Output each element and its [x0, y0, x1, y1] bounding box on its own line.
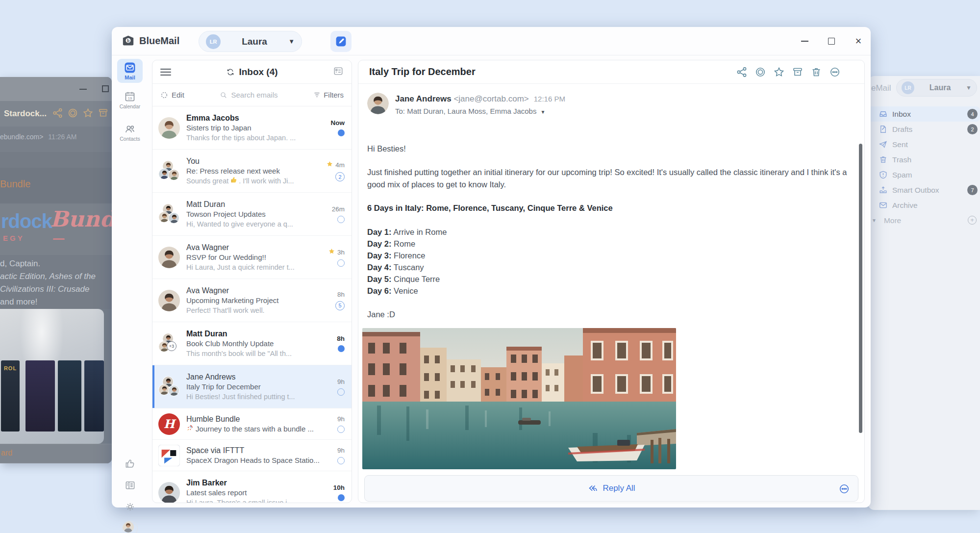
sender-email: <jane@cortab.com>	[453, 94, 528, 103]
account-switcher[interactable]: LR Laura ▼	[199, 31, 302, 52]
sender-avatar-group[interactable]	[158, 203, 180, 225]
venice-photo[interactable]	[362, 328, 676, 469]
email-texts: Matt DuranBook Club Monthly UpdateThis m…	[186, 329, 319, 358]
reply-all-button[interactable]: Reply All	[364, 475, 858, 502]
folder-label: More	[884, 216, 901, 225]
bg-left-subject-row: Stardock...	[0, 101, 112, 127]
sender-avatar[interactable]	[158, 117, 180, 139]
email-list-item[interactable]: Jane AndrewsItaly Trip for DecemberHi Be…	[152, 365, 352, 408]
reply-more-options-icon[interactable]	[838, 483, 850, 497]
sender-avatar-group[interactable]	[158, 160, 180, 182]
email-list-item[interactable]: Ava WagnerUpcoming Marketing ProjectPerf…	[152, 279, 352, 322]
recipients-row[interactable]: To: Matt Duran, Laura Moss, Emma Jacobs▼	[395, 107, 565, 115]
user-avatar[interactable]	[112, 521, 148, 533]
folder-item-spam[interactable]: Spam	[868, 167, 980, 182]
email-time: 26m	[332, 205, 345, 213]
sender-row: Jane Andrews <jane@cortab.com>12:16 PM T…	[367, 93, 565, 115]
read-indicator[interactable]	[337, 457, 345, 464]
record-icon[interactable]	[67, 107, 78, 119]
day-label: Day 3:	[367, 251, 392, 260]
read-indicator[interactable]	[337, 426, 345, 433]
folder-label: Sent	[892, 140, 908, 149]
email-list-item[interactable]: Space via IFTTTSpaceX Dragon Heads to Sp…	[152, 440, 352, 471]
email-list-item[interactable]: YouRe: Press release next weekSounds gre…	[152, 150, 352, 193]
archive-icon[interactable]	[792, 66, 804, 78]
bg-right-account-switcher[interactable]: LR Laura ▼	[896, 79, 977, 97]
read-indicator[interactable]	[338, 129, 345, 136]
share-icon[interactable]	[52, 107, 63, 119]
sender-avatar-group[interactable]: +3	[158, 333, 180, 355]
body-greeting: Hi Besties!	[367, 143, 848, 155]
sender-avatar[interactable]	[158, 482, 180, 504]
record-icon[interactable]	[754, 66, 766, 78]
rail-item-mail[interactable]: Mail	[117, 59, 143, 83]
email-list-item[interactable]: Ava WagnerRSVP for Our Wedding!!Hi Laura…	[152, 236, 352, 279]
list-header: Inbox (4)	[152, 60, 352, 84]
background-window-bluemail-folders[interactable]: eMail LR Laura ▼ Inbox4Drafts2SentTrashS…	[868, 76, 980, 510]
reading-pane-icon[interactable]	[112, 480, 148, 491]
folder-item-smart-outbox[interactable]: Smart Outbox7	[868, 182, 980, 198]
bg-left-footer-link[interactable]: ard	[1, 449, 12, 457]
more-options-icon[interactable]	[829, 66, 841, 78]
folder-item-more[interactable]: ▼More+	[868, 213, 980, 228]
archive-icon[interactable]	[98, 107, 109, 119]
sender-avatar[interactable]	[158, 445, 180, 466]
star-icon[interactable]	[82, 107, 94, 119]
sender-avatar[interactable]	[158, 290, 180, 311]
folder-item-archive[interactable]: Archive	[868, 198, 980, 213]
email-list-item[interactable]: Jim BarkerLatest sales reportHi Laura, T…	[152, 471, 352, 503]
star-icon[interactable]	[773, 66, 785, 78]
rail-item-calendar[interactable]: 19 Calendar	[112, 91, 148, 109]
refresh-icon[interactable]	[226, 68, 235, 76]
folder-item-sent[interactable]: Sent	[868, 137, 980, 152]
view-options-icon[interactable]	[333, 66, 344, 78]
read-indicator[interactable]	[337, 216, 345, 223]
game-cover	[84, 360, 104, 431]
folder-item-drafts[interactable]: Drafts2	[868, 122, 980, 137]
email-list-item[interactable]: HHumble BundleJourney to the stars with …	[152, 408, 352, 440]
maximize-icon[interactable]	[102, 85, 109, 92]
email-list-item[interactable]: Matt DuranTowson Project UpdatesHi, Want…	[152, 193, 352, 236]
rail-item-contacts[interactable]: Contacts	[112, 123, 148, 142]
share-icon[interactable]	[736, 66, 748, 78]
close-button[interactable]: ×	[851, 35, 866, 48]
search-input[interactable]: Search emails	[184, 91, 313, 99]
read-indicator[interactable]	[337, 259, 345, 267]
compose-button[interactable]	[330, 31, 352, 52]
read-indicator[interactable]	[338, 494, 345, 501]
star-icon[interactable]	[328, 248, 335, 256]
read-indicator[interactable]	[337, 388, 345, 396]
email-list-item[interactable]: Emma JacobsSisters trip to JapanThanks f…	[152, 106, 352, 150]
sender-avatar[interactable]: H	[158, 413, 180, 435]
folder-item-trash[interactable]: Trash	[868, 152, 980, 167]
edit-button[interactable]: Edit	[160, 91, 184, 99]
sender-avatar[interactable]	[158, 247, 180, 268]
folder-item-inbox[interactable]: Inbox4	[868, 106, 980, 122]
filters-button[interactable]: Filters	[313, 91, 344, 99]
read-indicator[interactable]: 5	[335, 301, 345, 310]
background-window-stardock-email[interactable]: Stardock... ebundle.com>11:26 AM Bundle …	[0, 77, 112, 463]
read-indicator[interactable]: 2	[335, 172, 345, 181]
settings-gear-icon[interactable]	[112, 501, 148, 512]
read-indicator[interactable]	[338, 345, 345, 352]
reader-scrollbar[interactable]	[859, 144, 862, 433]
maximize-button[interactable]	[824, 35, 839, 48]
menu-icon[interactable]	[160, 67, 171, 77]
app-name: BlueMail	[139, 35, 179, 47]
add-folder-icon[interactable]: +	[968, 216, 977, 225]
email-time: 8h	[337, 291, 345, 298]
email-meta: Now	[319, 119, 345, 136]
email-list-item[interactable]: +3Matt DuranBook Club Monthly UpdateThis…	[152, 322, 352, 365]
itinerary-day: Day 3: Florence	[367, 250, 848, 261]
bg-left-bundle-word: Bundle	[0, 178, 30, 190]
sender-avatar-group[interactable]	[158, 376, 180, 398]
email-time: 9h	[337, 378, 345, 385]
feedback-thumbs-up-icon[interactable]	[112, 458, 148, 469]
trash-icon[interactable]	[810, 66, 822, 78]
sender-avatar[interactable]	[367, 93, 389, 114]
rail-label-contacts: Contacts	[120, 136, 140, 142]
minimize-button[interactable]	[797, 35, 812, 48]
day-label: Day 1:	[367, 228, 392, 236]
star-icon[interactable]	[326, 160, 333, 169]
minimize-icon[interactable]	[79, 89, 87, 90]
